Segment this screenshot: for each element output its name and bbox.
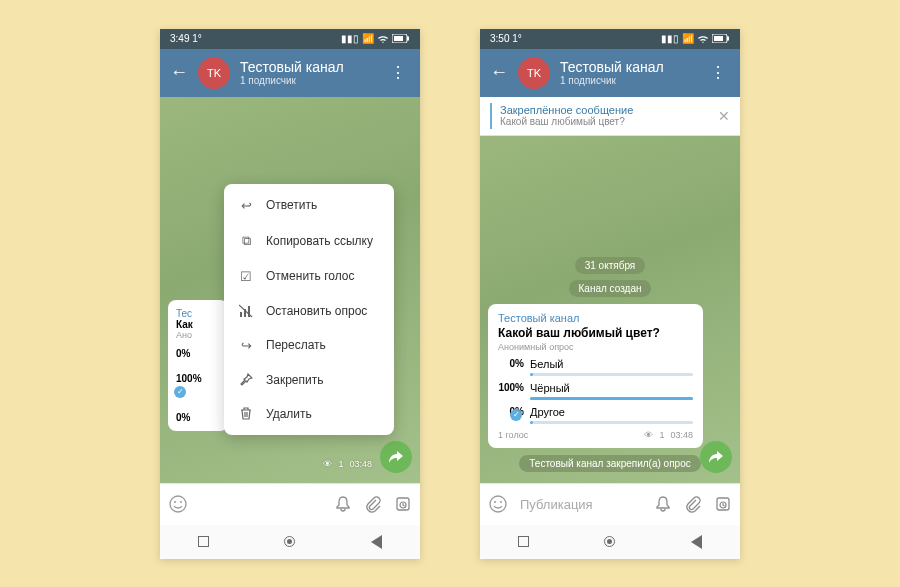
poll-option[interactable]: 0% Белый (498, 358, 693, 376)
chat-header: ← TK Тестовый канал 1 подписчик ⋮ (160, 49, 420, 97)
home-button[interactable] (604, 536, 615, 547)
pinned-subtitle: Какой ваш любимый цвет? (500, 116, 718, 127)
poll-percent: 100% (498, 382, 524, 393)
svg-point-7 (170, 496, 186, 512)
link-icon: ⧉ (238, 233, 254, 249)
avatar[interactable]: TK (198, 57, 230, 89)
menu-label: Переслать (266, 338, 326, 352)
menu-label: Копировать ссылку (266, 234, 373, 248)
svg-point-9 (180, 501, 182, 503)
vote-check-icon: ✓ (510, 409, 522, 421)
menu-label: Закрепить (266, 373, 323, 387)
share-fab[interactable] (380, 441, 412, 473)
poll-percent: 0% (498, 358, 524, 369)
signal-icon: ▮▮▯ (341, 33, 359, 44)
chat-body: 31 октября Канал создан Тестовый канал К… (480, 136, 740, 483)
msg-question-partial: Как (176, 319, 220, 330)
status-bar: 3:50 1° ▮▮▯ 📶 (480, 29, 740, 49)
emoji-icon[interactable] (488, 494, 508, 514)
stop-poll-icon (238, 304, 254, 318)
chat-title: Тестовый канал (240, 59, 376, 75)
menu-forward[interactable]: ↪ Переслать (224, 328, 394, 363)
pinned-indicator (490, 103, 492, 129)
battery-icon (712, 34, 730, 43)
status-time: 3:49 1° (170, 33, 202, 44)
poll-option[interactable]: 100% ✓ Чёрный (498, 382, 693, 400)
bell-icon[interactable] (334, 495, 352, 513)
vote-count: 1 голос (498, 430, 528, 440)
menu-reply[interactable]: ↩ Ответить (224, 188, 394, 223)
poll-option-label: Другое (530, 406, 565, 418)
msg-polltype-partial: Ано (176, 330, 220, 340)
input-bar (160, 483, 420, 525)
home-button[interactable] (284, 536, 295, 547)
recent-apps-button[interactable] (198, 536, 209, 547)
schedule-icon[interactable] (714, 495, 732, 513)
svg-point-15 (490, 496, 506, 512)
poll-option-label: Чёрный (530, 382, 570, 394)
back-nav-button[interactable] (691, 535, 702, 549)
svg-point-17 (500, 501, 502, 503)
forward-icon: ↪ (238, 338, 254, 353)
date-chip: 31 октября (575, 257, 646, 274)
schedule-icon[interactable] (394, 495, 412, 513)
menu-cancel-vote[interactable]: ☑ Отменить голос (224, 259, 394, 294)
vote-check-icon: ✓ (174, 386, 186, 398)
wifi-icon (377, 34, 389, 44)
android-navbar (160, 525, 420, 559)
status-bar: 3:49 1° ▮▮▯ 📶 (160, 29, 420, 49)
pinned-title: Закреплённое сообщение (500, 104, 718, 116)
back-button[interactable]: ← (490, 62, 508, 83)
header-title-block[interactable]: Тестовый канал 1 подписчик (560, 59, 696, 86)
menu-pin[interactable]: Закрепить (224, 363, 394, 397)
chat-subtitle: 1 подписчик (240, 75, 376, 86)
poll-message[interactable]: Тестовый канал Какой ваш любимый цвет? А… (488, 304, 703, 448)
svg-point-8 (174, 501, 176, 503)
android-navbar (480, 525, 740, 559)
more-button[interactable]: ⋮ (706, 63, 730, 82)
close-icon[interactable]: ✕ (718, 108, 730, 124)
chat-subtitle: 1 подписчик (560, 75, 696, 86)
menu-label: Ответить (266, 198, 317, 212)
attach-icon[interactable] (364, 495, 382, 513)
views-count: 1 (659, 430, 664, 440)
pinned-message-bar[interactable]: Закреплённое сообщение Какой ваш любимый… (480, 97, 740, 136)
chat-body: Тес Как Ано 0% 100% ✓ 0% 👁 1 03:48 ↩ Отв… (160, 97, 420, 483)
share-fab[interactable] (700, 441, 732, 473)
back-button[interactable]: ← (170, 62, 188, 83)
signal-icon: 📶 (362, 33, 374, 44)
signal-icon: ▮▮▯ (661, 33, 679, 44)
menu-stop-poll[interactable]: Остановить опрос (224, 294, 394, 328)
phone-right: 3:50 1° ▮▮▯ 📶 ← TK Тестовый канал 1 подп… (480, 29, 740, 559)
back-nav-button[interactable] (371, 535, 382, 549)
menu-label: Удалить (266, 407, 312, 421)
compose-input[interactable]: Публикация (520, 497, 642, 512)
attach-icon[interactable] (684, 495, 702, 513)
views-icon: 👁 (644, 430, 653, 440)
msg-footer: 1 голос 👁 1 03:48 (498, 430, 693, 440)
poll-row-partial: 0% (176, 348, 220, 359)
poll-row-partial: 100% (176, 373, 220, 384)
svg-rect-2 (394, 36, 403, 41)
status-icons: ▮▮▯ 📶 (341, 33, 410, 44)
avatar[interactable]: TK (518, 57, 550, 89)
reply-icon: ↩ (238, 198, 254, 213)
context-menu: ↩ Ответить ⧉ Копировать ссылку ☑ Отменит… (224, 184, 394, 435)
poll-type: Анонимный опрос (498, 342, 693, 352)
chat-title: Тестовый канал (560, 59, 696, 75)
status-time: 3:50 1° (490, 33, 522, 44)
menu-delete[interactable]: Удалить (224, 397, 394, 431)
menu-copy-link[interactable]: ⧉ Копировать ссылку (224, 223, 394, 259)
cancel-vote-icon: ☑ (238, 269, 254, 284)
recent-apps-button[interactable] (518, 536, 529, 547)
bell-icon[interactable] (654, 495, 672, 513)
more-button[interactable]: ⋮ (386, 63, 410, 82)
chat-header: ← TK Тестовый канал 1 подписчик ⋮ (480, 49, 740, 97)
trash-icon (238, 407, 254, 420)
emoji-icon[interactable] (168, 494, 188, 514)
poll-message-partial[interactable]: Тес Как Ано 0% 100% ✓ 0% (168, 300, 228, 431)
header-title-block[interactable]: Тестовый канал 1 подписчик (240, 59, 376, 86)
poll-option[interactable]: 0% Другое (498, 406, 693, 424)
pin-icon (238, 373, 254, 386)
poll-row-partial: 0% (176, 412, 220, 423)
